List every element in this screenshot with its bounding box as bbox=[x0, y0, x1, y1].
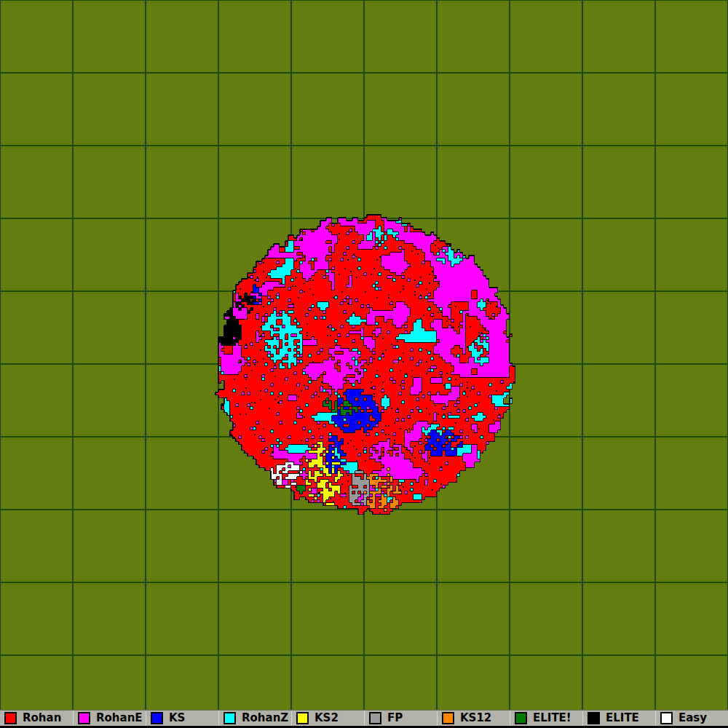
legend-item-rohane: RohanE bbox=[73, 711, 146, 726]
legend-color-swatch bbox=[587, 712, 600, 724]
legend-item-rohan: Rohan bbox=[0, 711, 73, 726]
legend-item-fp: FP bbox=[364, 711, 437, 726]
legend-label: Rohan bbox=[23, 713, 61, 724]
map-viewer: RohanRohanEKSRohanZKS2FPKS12ELITE!ELITEE… bbox=[0, 0, 728, 728]
legend-item-ks2: KS2 bbox=[291, 711, 364, 726]
legend-color-swatch bbox=[223, 712, 236, 724]
legend-color-swatch bbox=[369, 712, 381, 724]
legend-color-swatch bbox=[442, 712, 454, 724]
legend-item-elite: ELITE bbox=[582, 711, 655, 726]
legend-label: Easy bbox=[678, 713, 707, 724]
legend-color-swatch bbox=[78, 712, 90, 724]
legend-color-swatch bbox=[296, 712, 309, 724]
legend-label: RohanZ bbox=[242, 713, 288, 724]
legend-label: ELITE! bbox=[533, 713, 571, 724]
legend-color-swatch bbox=[515, 712, 527, 724]
legend-label: ELITE bbox=[606, 713, 639, 724]
legend-color-swatch bbox=[151, 712, 163, 724]
legend-bar: RohanRohanEKSRohanZKS2FPKS12ELITE!ELITEE… bbox=[0, 710, 728, 726]
world-map-canvas bbox=[0, 0, 728, 710]
legend-label: RohanE bbox=[96, 713, 143, 724]
legend-item-ks: KS bbox=[146, 711, 218, 726]
legend-color-swatch bbox=[660, 712, 673, 724]
legend-color-swatch bbox=[4, 712, 17, 724]
legend-item-ks12: KS12 bbox=[437, 711, 510, 726]
legend-label: FP bbox=[387, 713, 403, 724]
legend-label: KS12 bbox=[460, 713, 491, 724]
legend-item-easy: Easy bbox=[655, 711, 728, 726]
legend-item-rohanz: RohanZ bbox=[218, 711, 291, 726]
legend-label: KS2 bbox=[314, 713, 339, 724]
legend-item-elite: ELITE! bbox=[510, 711, 582, 726]
legend-label: KS bbox=[169, 713, 185, 724]
